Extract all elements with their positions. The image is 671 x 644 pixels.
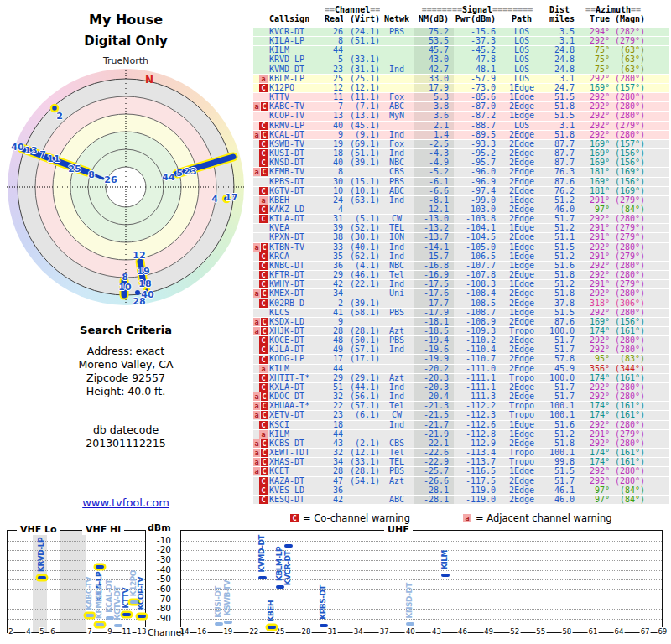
path: Tropo [502,458,541,466]
warning-badges: C [253,252,268,261]
callsign: KMEX-DT [268,289,325,298]
virtual-channel: (44.1) [343,383,380,392]
power-dbm: -93.3 [454,140,502,148]
col-virt: (Virt) [350,14,380,23]
real-channel: 32 [325,392,343,401]
co-channel-warning-badge: C [261,327,268,335]
distance-miles: 99.8 [541,458,578,466]
criteria-zipcode: Zipcode 92557 [0,371,252,385]
table-row: aKBEH24(63.1)Ind-8.1-99.01Edge51.2291°(2… [253,196,669,205]
true-azimuth: 169° [578,158,610,167]
noise-margin: -6.1 [414,178,454,186]
signal-group-header: ========Signal======== [414,5,541,14]
power-dbm: -103.8 [454,215,502,223]
co-channel-warning-badge: C [259,345,268,354]
co-channel-warning-badge: C [259,477,268,486]
callsign: KODG-LP [268,355,325,363]
channel-tick-label: 64 [614,627,625,636]
table-row: aCKMEX-DT34Uni-17.6-108.42Edge51.8292°(2… [253,289,669,299]
virtual-channel: (31.1) [343,65,380,74]
co-channel-warning-badge: C [259,140,268,148]
real-channel: 31 [325,215,343,223]
network: Ind [380,196,414,205]
distance-miles: 76.2 [541,187,578,195]
co-channel-warning-badge: C [259,421,268,429]
power-dbm: -113.4 [454,449,502,457]
power-dbm: -108.4 [454,289,502,298]
power-dbm: -97.4 [454,187,502,195]
power-dbm: -108.5 [454,299,502,308]
power-dbm: -88.7 [454,122,502,130]
signal-bar [258,576,267,579]
path: 2Edge [502,233,541,242]
path: 2Edge [502,345,541,354]
distance-miles: 45.9 [541,365,578,373]
warning-badges: aC [253,467,268,475]
true-azimuth: 291° [578,430,610,439]
criteria-city: Moreno Valley, CA [0,358,252,371]
magnetic-azimuth: (280°) [610,262,648,270]
path: 2Edge [502,318,541,326]
channel-tick-label: 4 [25,627,31,636]
noise-margin: -17.5 [414,280,454,288]
magnetic-azimuth: (161°) [610,402,648,410]
report-title: My House [0,12,252,28]
noise-margin: 17.9 [414,84,454,92]
network [380,84,414,92]
path: 1Edge [502,224,541,232]
distance-miles: 51.1 [541,233,578,242]
col-nm: NM(dB) [419,14,449,23]
callsign: XHTIT-T* [268,374,325,382]
noise-margin: -28.1 [414,486,454,495]
real-channel: 4 [325,205,343,214]
co-channel-warning-badge: C [259,252,268,261]
co-channel-warning-badge: C [261,467,268,475]
table-row: CKSWB-TV19(69.1)Fox-2.5-93.32Edge87.7169… [253,140,669,149]
criteria-address: Address: exact [0,345,252,358]
path: 1Edge [502,84,541,92]
network: CW [380,411,414,419]
virtual-channel: (24.1) [343,28,380,36]
virtual-channel: (54.1) [343,477,380,486]
magnetic-azimuth: (157°) [610,140,648,148]
table-row: KVCR-DT26(24.1)PBS75.2-15.6LOS3.5294°(28… [253,28,669,37]
table-row: KCOP-TV13(13.1)MyN3.6-87.21Edge51.5292°(… [253,112,669,121]
col-true: True [590,14,610,23]
path: 1Edge [502,252,541,261]
noise-margin: -13.2 [414,224,454,232]
power-dbm: -104.1 [454,224,502,232]
distance-miles: 3.1 [541,75,578,83]
network: Fox [380,93,414,101]
warning-badges: aC [253,102,268,111]
tvfool-website-link[interactable]: www.tvfool.com [82,496,169,509]
channel-tick-label: 16 [196,627,207,636]
real-channel: 19 [325,140,343,148]
warning-badges: aC [253,439,268,448]
true-azimuth: 292° [578,122,610,130]
warning-badges: C [253,149,268,158]
network: TEL [380,224,414,232]
virtual-channel: (50.1) [343,336,380,345]
network: PBS [380,28,414,36]
callsign: KABC-TV [268,102,325,111]
real-channel: 9 [325,318,343,326]
magnetic-azimuth: (279°) [610,430,648,439]
compass-north-label: N [145,74,153,86]
virtual-channel: (33.1) [343,55,380,64]
non-tv-band [60,531,86,632]
network: CBS [380,439,414,448]
signal-bar-label: KCAL-DT [105,579,113,613]
real-channel: 18 [325,421,343,429]
dbm-tick-label: -10 [148,535,171,545]
true-azimuth: 292° [578,289,610,298]
real-channel: 42 [325,496,343,504]
real-channel: 11 [325,93,343,101]
true-azimuth: 169° [578,178,610,186]
noise-margin: -19.9 [414,355,454,363]
table-row: aKILM44-21.9-112.81Edge51.2291°(279°) [253,430,669,439]
callsign: KBEH [268,196,325,205]
magnetic-azimuth: (279°) [610,37,648,45]
adjacent-warning-badge: a [253,131,260,139]
noise-margin: 53.5 [414,37,454,45]
power-dbm: -112.3 [454,411,502,419]
